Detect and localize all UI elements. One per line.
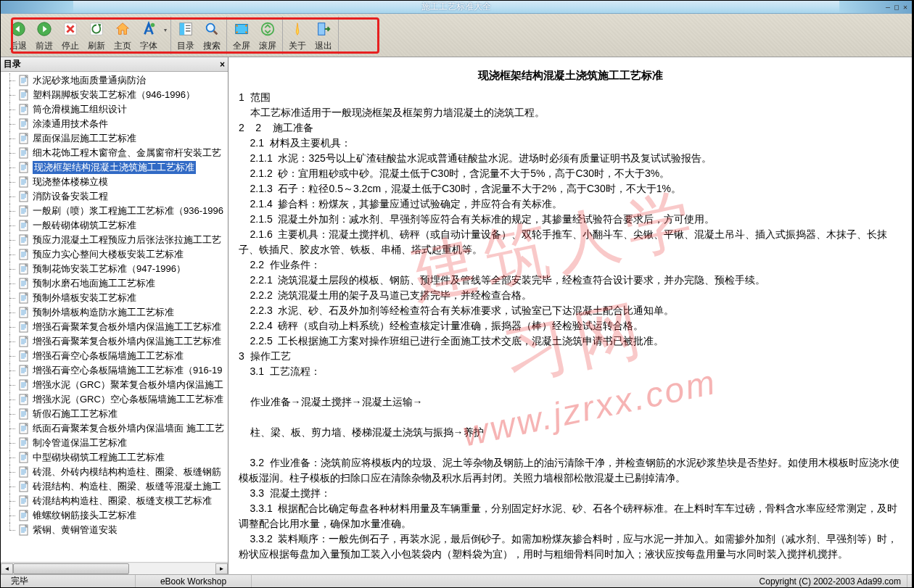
arrow-right-green-icon	[36, 21, 52, 37]
toc-item[interactable]: 紫铜、黄铜管道安装	[4, 523, 228, 537]
toc-item-label: 纸面石膏聚苯复合板外墙内保温墙面 施工工艺	[33, 422, 224, 435]
content-line: 3 操作工艺	[239, 349, 902, 364]
exit-button[interactable]: 退出	[310, 20, 337, 53]
svg-point-4	[151, 22, 155, 27]
scroll-thumb[interactable]	[13, 563, 129, 574]
page-icon	[18, 510, 30, 521]
toolbar-label: 主页	[114, 40, 131, 52]
fullscreen-button[interactable]: 全屏	[228, 20, 255, 53]
toc-item-label: 水泥砂浆地面质量通病防治	[33, 74, 146, 87]
toc-button[interactable]: 目录	[173, 20, 199, 53]
toc-item[interactable]: 中型砌块砌筑工程施工工艺标准	[4, 450, 228, 465]
toc-item[interactable]: 砖混结构构造柱、圈梁、板缝支模工艺标准	[4, 494, 228, 508]
scroll-button[interactable]: 滚屏	[255, 20, 281, 53]
toc-item[interactable]: 筒仓滑模施工组织设计	[4, 102, 228, 117]
content-line: 2.1.5 混凝土外加剂：减水剂、早强剂等应符合有关标准的规定，其掺量经试验符合…	[239, 212, 902, 227]
stop-button[interactable]: 停止	[57, 20, 83, 53]
scroll-right-button[interactable]: ►	[215, 563, 228, 574]
toc-item[interactable]: 预制水磨石地面施工工艺标准	[4, 276, 228, 291]
content-line: 2.1.1 水泥：325号以上矿渣硅酸盐水泥或普通硅酸盐水泥。进场时必须有质量证…	[239, 151, 902, 166]
toolbar-label: 前进	[36, 40, 53, 52]
toc-item[interactable]: 斩假石施工工艺标准	[4, 407, 228, 421]
toc-item[interactable]: 锥螺纹钢筋接头工艺标准	[4, 508, 228, 523]
fullscreen-icon	[234, 21, 250, 37]
toc-item-label: 砖混结构构造柱、圈梁、板缝支模工艺标准	[33, 494, 212, 508]
page-icon	[18, 220, 30, 231]
toc-item[interactable]: 砖混、外砖内模结构构造柱、圈梁、板缝钢筋	[4, 465, 228, 479]
toc-item-label: 预应力实心整间大楼板安装工艺标准	[33, 248, 184, 261]
toc-item[interactable]: 一般刷（喷）浆工程施工工艺标准（936-1996	[4, 204, 228, 218]
dropdown-arrow-icon[interactable]: ▾	[162, 20, 169, 33]
svg-rect-10	[318, 22, 325, 35]
toolbar-label: 字体	[140, 40, 157, 52]
toc-item[interactable]: 增强水泥（GRC）聚苯复合板外墙内保温施工	[4, 378, 228, 392]
toc-item-label: 增强水泥（GRC）聚苯复合板外墙内保温施工	[33, 378, 223, 392]
content-line: 3.2 作业准备：浇筑前应将模板内的垃圾、泥土等杂物及钢筋上的油污清除干净，并检…	[239, 455, 902, 486]
toc-item-label: 增强石膏空心条板隔墙施工工艺标准	[33, 349, 184, 363]
toc-item[interactable]: 涂漆通用技术条件	[4, 117, 228, 131]
toc-item[interactable]: 预应力实心整间大楼板安装工艺标准	[4, 247, 228, 262]
toc-item[interactable]: 屋面保温层施工工艺标准	[4, 131, 228, 146]
toc-item[interactable]: 制冷管道保温工艺标准	[4, 436, 228, 450]
page-icon	[18, 394, 30, 405]
toc-item-label: 预应力混凝土工程预应力后张法张拉施工工艺	[33, 233, 221, 247]
font-button[interactable]: 字体	[136, 20, 162, 53]
page-icon	[18, 249, 30, 260]
toolbar: 后退前进停止刷新主页字体▾目录搜索全屏滚屏关于退出	[1, 14, 912, 57]
toc-item-label: 筒仓滑模施工组织设计	[33, 103, 127, 116]
toc-item[interactable]: 增强石膏空心条板隔墙施工工艺标准（916-19	[4, 363, 228, 378]
scroll-left-button[interactable]: ◄	[1, 563, 13, 574]
toc-item-label: 屋面保温层施工工艺标准	[33, 132, 136, 145]
close-button[interactable]: ✕	[903, 3, 907, 11]
toc-item[interactable]: 一般砖砌体砌筑工艺标准	[4, 218, 228, 233]
toc-item[interactable]: 预制花饰安装工艺标准（947-1996）	[4, 262, 228, 276]
content-line: 2.1.6 主要机具：混凝土搅拌机、磅秤（或自动计量设备）、双轮手推车、小翻斗车…	[239, 227, 902, 257]
toc-item[interactable]: 塑料踢脚板安装工艺标准（946-1996）	[4, 88, 228, 102]
page-icon	[18, 336, 30, 347]
toolbar-label: 全屏	[233, 40, 250, 52]
toc-tree[interactable]: 水泥砂浆地面质量通病防治塑料踢脚板安装工艺标准（946-1996）筒仓滑模施工组…	[1, 72, 228, 562]
toc-item[interactable]: 增强石膏空心条板隔墙施工工艺标准	[4, 349, 228, 363]
content-line	[239, 410, 902, 425]
toc-item[interactable]: 预制外墙板安装工艺标准	[4, 291, 228, 305]
scroll-icon	[260, 21, 276, 37]
status-left: 完毕	[5, 575, 136, 587]
toc-item[interactable]: 增强水泥（GRC）空心条板隔墙施工工艺标准	[4, 392, 228, 407]
toc-item[interactable]: 纸面石膏聚苯复合板外墙内保温墙面 施工工艺	[4, 421, 228, 436]
toc-item[interactable]: 现浇框架结构混凝土浇筑施工工艺标准	[4, 160, 228, 175]
maximize-button[interactable]: □	[894, 3, 899, 11]
minimize-button[interactable]: —	[886, 3, 890, 11]
content-line: 2.2.4 磅秤（或自动上料系统）经检查核定计量准确，振捣器（棒）经检验试运转合…	[239, 318, 902, 334]
page-icon	[18, 147, 30, 159]
toc-item[interactable]: 预应力混凝土工程预应力后张法张拉施工工艺	[4, 233, 228, 247]
toc-item-label: 预制水磨石地面施工工艺标准	[33, 277, 155, 290]
forward-button[interactable]: 前进	[31, 20, 57, 53]
home-button[interactable]: 主页	[110, 20, 136, 53]
toc-item[interactable]: 增强石膏聚苯复合板外墙内保温施工工艺标准	[4, 334, 228, 349]
content-line: 2.1.4 掺合料：粉煤灰，其掺量应通过试验确定，并应符合有关标准。	[239, 196, 902, 212]
toolbar-label: 停止	[62, 40, 79, 52]
toc-item[interactable]: 现浇整体楼梯立模	[4, 175, 228, 189]
refresh-icon	[88, 21, 104, 37]
back-button[interactable]: 后退	[5, 20, 31, 53]
toc-item[interactable]: 预制外墙板构造防水施工工艺标准	[4, 305, 228, 320]
horizontal-scrollbar[interactable]: ◄ ►	[1, 562, 228, 574]
toc-item[interactable]: 砖混结构、构造柱、圈梁、板缝等混凝土施工	[4, 479, 228, 494]
content-line: 2.2.2 浇筑混凝土用的架子及马道已支搭完毕，并经检查合格。	[239, 288, 902, 303]
page-icon	[18, 408, 30, 420]
about-button[interactable]: 关于	[284, 20, 310, 53]
content-line: 本工艺标准适用于一般现浇框架及框架剪力墙混凝土的浇筑工程。	[239, 105, 902, 120]
toc-item-label: 增强石膏聚苯复合板外墙内保温施工工艺标准	[33, 320, 221, 334]
content-line: 2 2 施工准备	[239, 120, 902, 136]
toc-header: 目录 ×	[1, 57, 228, 72]
refresh-button[interactable]: 刷新	[83, 20, 110, 53]
toc-item[interactable]: 水泥砂浆地面质量通病防治	[4, 73, 228, 88]
search-button[interactable]: 搜索	[199, 20, 225, 53]
toc-item[interactable]: 消防设备安装工程	[4, 189, 228, 204]
toc-item[interactable]: 细木花饰工程木窗帘盒、金属窗帘杆安装工艺	[4, 146, 228, 160]
toc-close-button[interactable]: ×	[220, 59, 225, 70]
toc-item-label: 细木花饰工程木窗帘盒、金属窗帘杆安装工艺	[33, 146, 221, 160]
page-icon	[18, 481, 30, 492]
toc-item[interactable]: 增强石膏聚苯复合板外墙内保温施工工艺标准	[4, 320, 228, 334]
toc-item-label: 一般刷（喷）浆工程施工工艺标准（936-1996	[33, 204, 223, 218]
